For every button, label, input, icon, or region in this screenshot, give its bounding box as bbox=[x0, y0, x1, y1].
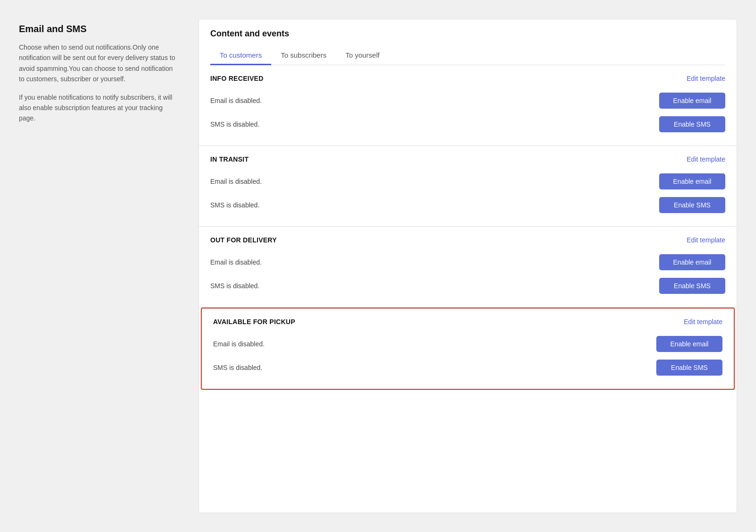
notification-text-in-transit-0: Email is disabled. bbox=[210, 178, 262, 185]
section-title-available-for-pickup: AVAILABLE FOR PICKUP bbox=[213, 318, 295, 326]
edit-template-link-in-transit[interactable]: Edit template bbox=[687, 155, 725, 163]
notification-text-available-for-pickup-1: SMS is disabled. bbox=[213, 364, 262, 371]
enable-email-delivery-button[interactable]: Enable email bbox=[659, 254, 725, 270]
section-header-available-for-pickup: AVAILABLE FOR PICKUPEdit template bbox=[213, 318, 722, 326]
enable-sms-delivery-button[interactable]: Enable SMS bbox=[659, 278, 725, 294]
enable-email-transit-button[interactable]: Enable email bbox=[659, 173, 725, 189]
notification-row-info-received-0: Email is disabled.Enable email bbox=[210, 89, 725, 112]
sections-container: INFO RECEIVEDEdit templateEmail is disab… bbox=[199, 65, 737, 390]
enable-sms-pickup-button[interactable]: Enable SMS bbox=[656, 360, 722, 376]
tab-subscribers[interactable]: To subscribers bbox=[271, 46, 336, 65]
content-header: Content and events To customers To subsc… bbox=[199, 19, 737, 65]
notification-row-in-transit-0: Email is disabled.Enable email bbox=[210, 170, 725, 193]
notification-row-out-for-delivery-1: SMS is disabled.Enable SMS bbox=[210, 274, 725, 298]
edit-template-link-available-for-pickup[interactable]: Edit template bbox=[684, 318, 722, 326]
enable-sms-info-button[interactable]: Enable SMS bbox=[659, 116, 725, 132]
section-available-for-pickup: AVAILABLE FOR PICKUPEdit templateEmail i… bbox=[201, 308, 735, 390]
notification-text-info-received-0: Email is disabled. bbox=[210, 97, 262, 104]
right-panel: Content and events To customers To subsc… bbox=[198, 19, 737, 513]
enable-email-info-button[interactable]: Enable email bbox=[659, 93, 725, 109]
edit-template-link-out-for-delivery[interactable]: Edit template bbox=[687, 236, 725, 244]
section-title-out-for-delivery: OUT FOR DELIVERY bbox=[210, 236, 277, 244]
edit-template-link-info-received[interactable]: Edit template bbox=[687, 75, 725, 82]
notification-row-info-received-1: SMS is disabled.Enable SMS bbox=[210, 112, 725, 136]
left-panel: Email and SMS Choose when to send out no… bbox=[19, 19, 180, 513]
tab-customers[interactable]: To customers bbox=[210, 46, 271, 65]
content-title: Content and events bbox=[210, 29, 725, 39]
section-header-in-transit: IN TRANSITEdit template bbox=[210, 155, 725, 163]
section-in-transit: IN TRANSITEdit templateEmail is disabled… bbox=[199, 146, 737, 227]
notification-row-available-for-pickup-0: Email is disabled.Enable email bbox=[213, 332, 722, 356]
section-title-info-received: INFO RECEIVED bbox=[210, 75, 264, 82]
left-panel-paragraph1: Choose when to send out notifications.On… bbox=[19, 42, 180, 85]
notification-row-out-for-delivery-0: Email is disabled.Enable email bbox=[210, 250, 725, 274]
notification-text-available-for-pickup-0: Email is disabled. bbox=[213, 340, 265, 348]
left-panel-title: Email and SMS bbox=[19, 24, 180, 34]
section-out-for-delivery: OUT FOR DELIVERYEdit templateEmail is di… bbox=[199, 227, 737, 308]
section-header-out-for-delivery: OUT FOR DELIVERYEdit template bbox=[210, 236, 725, 244]
notification-text-out-for-delivery-0: Email is disabled. bbox=[210, 258, 262, 266]
notification-text-info-received-1: SMS is disabled. bbox=[210, 120, 259, 128]
page-container: Email and SMS Choose when to send out no… bbox=[0, 0, 756, 532]
notification-text-in-transit-1: SMS is disabled. bbox=[210, 201, 259, 209]
notification-row-available-for-pickup-1: SMS is disabled.Enable SMS bbox=[213, 356, 722, 379]
tab-yourself[interactable]: To yourself bbox=[336, 46, 389, 65]
enable-email-pickup-button[interactable]: Enable email bbox=[656, 336, 722, 352]
section-header-info-received: INFO RECEIVEDEdit template bbox=[210, 75, 725, 82]
notification-row-in-transit-1: SMS is disabled.Enable SMS bbox=[210, 193, 725, 217]
left-panel-paragraph2: If you enable notifications to notify su… bbox=[19, 92, 180, 124]
enable-sms-transit-button[interactable]: Enable SMS bbox=[659, 197, 725, 213]
section-title-in-transit: IN TRANSIT bbox=[210, 155, 249, 163]
notification-text-out-for-delivery-1: SMS is disabled. bbox=[210, 282, 259, 290]
tabs: To customers To subscribers To yourself bbox=[210, 46, 725, 65]
section-info-received: INFO RECEIVEDEdit templateEmail is disab… bbox=[199, 65, 737, 146]
